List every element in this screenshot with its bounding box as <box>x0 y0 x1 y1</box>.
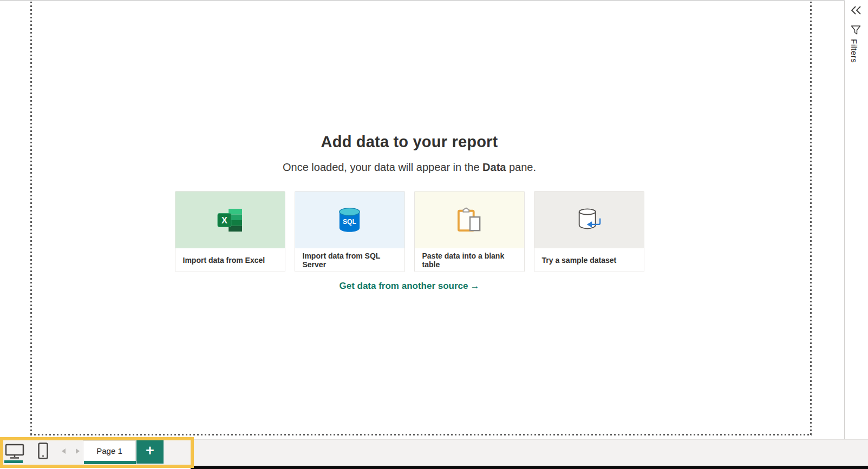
right-arrow-icon: → <box>468 281 480 291</box>
card-label: Paste data into a blank table <box>415 248 524 272</box>
import-excel-card-art: X <box>175 191 285 248</box>
mobile-view-button[interactable] <box>38 442 48 459</box>
link-label: Get data from another source <box>339 281 468 291</box>
filter-funnel-icon[interactable] <box>851 25 861 35</box>
sql-database-icon: SQL <box>338 207 361 233</box>
import-sql-card-art: SQL <box>295 191 404 248</box>
svg-text:SQL: SQL <box>343 218 356 226</box>
card-label: Import data from Excel <box>175 248 285 272</box>
powerbi-report-view: Add data to your report Once loaded, you… <box>0 0 868 469</box>
subtitle-text: Once loaded, your data will appear in th… <box>283 161 482 173</box>
page-tab[interactable]: Page 1 <box>83 440 136 461</box>
import-sql-server-card[interactable]: SQL Import data from SQL Server <box>295 191 405 272</box>
collapse-double-chevron-icon[interactable] <box>850 5 862 15</box>
previous-page-arrow-icon[interactable] <box>61 448 66 454</box>
desktop-view-button[interactable] <box>5 444 24 459</box>
card-label: Import data from SQL Server <box>295 248 404 272</box>
canvas-border-bottom <box>30 434 812 435</box>
desktop-view-active-indicator <box>4 460 23 463</box>
sample-dataset-card[interactable]: Try a sample dataset <box>534 191 644 272</box>
subtitle-text-end: pane. <box>506 161 536 173</box>
paste-clipboard-icon <box>457 207 482 233</box>
data-source-cards: X Import data from Excel SQL Import data… <box>0 191 819 272</box>
page-title: Add data to your report <box>0 133 819 151</box>
window-top-edge <box>0 0 868 1</box>
sample-dataset-card-art <box>534 191 644 248</box>
svg-text:X: X <box>221 215 227 224</box>
excel-icon: X <box>217 208 243 232</box>
card-label: Try a sample dataset <box>534 248 644 272</box>
import-excel-card[interactable]: X Import data from Excel <box>175 191 285 272</box>
sample-dataset-icon <box>576 208 602 232</box>
canvas-subtitle: Once loaded, your data will appear in th… <box>0 161 819 174</box>
filters-pane-title: Filters <box>850 39 859 63</box>
get-data-another-source-link[interactable]: Get data from another source→ <box>0 281 819 292</box>
subtitle-bold-word: Data <box>482 161 506 173</box>
window-bottom-edge <box>191 466 868 469</box>
new-page-button[interactable]: + <box>136 440 164 464</box>
page-tab-active-indicator <box>84 461 136 464</box>
paste-data-card[interactable]: Paste data into a blank table <box>414 191 525 272</box>
next-page-arrow-icon[interactable] <box>75 448 81 454</box>
filters-pane-collapsed <box>845 0 868 439</box>
paste-data-card-art <box>415 191 524 248</box>
